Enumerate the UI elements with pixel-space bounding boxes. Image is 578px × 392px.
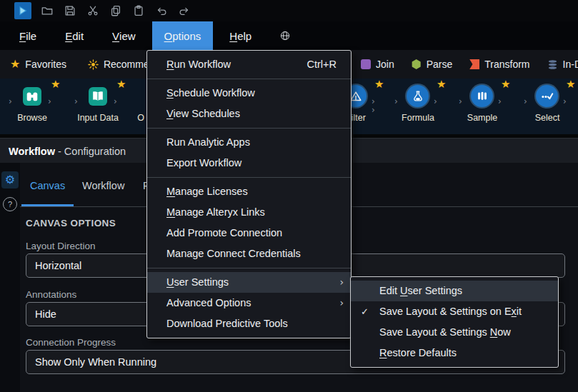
options-menu-item-view-schedules[interactable]: View Schedules [147, 104, 351, 124]
copy-icon[interactable] [109, 4, 123, 18]
menubar-item-file[interactable]: File [7, 21, 49, 50]
cut-icon[interactable] [86, 4, 100, 18]
user-settings-item-save-layout-settings-on-exit[interactable]: ✓Save Layout & Settings on Exit [351, 301, 558, 322]
options-menu: Run WorkflowCtrl+RSchedule WorkflowView … [146, 50, 352, 338]
options-menu-item-advanced-options[interactable]: Advanced Options› [147, 293, 351, 313]
user-settings-item-restore-defaults[interactable]: Restore Defaults [351, 343, 558, 363]
anchor-chevron-icon: › [9, 97, 12, 106]
menu-item-label: Schedule Workflow [166, 83, 255, 104]
menu-item-label: User Settings [166, 272, 229, 293]
menu-item-shortcut: Ctrl+R [307, 54, 344, 75]
submenu-arrow-icon: › [339, 272, 344, 293]
select-tool-icon [536, 85, 558, 107]
anchor-chevron-icon: › [74, 97, 78, 106]
options-menu-item-run-workflow[interactable]: Run WorkflowCtrl+R [147, 54, 351, 75]
connection-progress-label: Connection Progress [26, 337, 116, 348]
user-settings-item-edit-user-settings[interactable]: Edit User Settings [351, 281, 558, 301]
menu-item-label: Save Layout & Settings on Exit [379, 301, 522, 322]
menubar-item-help[interactable]: Help [217, 21, 264, 50]
menubar-item-options[interactable]: Options [152, 21, 214, 50]
alteryx-logo-icon [14, 2, 31, 19]
quick-access-toolbar [0, 0, 578, 21]
alteryx-designer-window: FileEditViewOptionsHelp ★FavoritesRecomm… [0, 0, 578, 392]
annotations-label: Annotations [26, 289, 76, 300]
settings-gear-icon[interactable]: ⚙ [1, 171, 19, 189]
menu-separator [147, 128, 351, 129]
options-menu-item-download-predictive-tools[interactable]: Download Predictive Tools [147, 313, 351, 334]
menu-separator [147, 79, 351, 79]
tool-select[interactable]: ››★Select [504, 79, 578, 131]
paste-icon[interactable] [131, 4, 146, 18]
menubar-item-edit[interactable]: Edit [53, 21, 96, 50]
canvas-options-section-title: CANVAS OPTIONS [26, 218, 116, 228]
options-menu-item-add-promote-connection[interactable]: Add Promote Connection [147, 223, 351, 243]
menu-bar: FileEditViewOptionsHelp [0, 21, 578, 50]
palette-tab-favorites[interactable]: ★Favorites [10, 59, 66, 70]
save-icon[interactable] [63, 4, 77, 18]
globe-icon[interactable] [279, 21, 291, 50]
config-tab-workflow[interactable]: Workflow [82, 180, 124, 191]
menu-item-label: Advanced Options [166, 293, 251, 313]
palette-tab-label: Favorites [25, 59, 66, 70]
menu-item-label: Download Predictive Tools [166, 313, 288, 334]
menu-item-label: View Schedules [166, 104, 240, 124]
menu-item-label: Manage Connect Credentials [166, 243, 301, 264]
menu-item-label: Restore Defaults [379, 343, 457, 363]
menubar-item-view[interactable]: View [100, 21, 148, 50]
palette-tab-join[interactable]: Join [361, 59, 394, 70]
browse-tool-icon [23, 87, 41, 106]
user-settings-item-save-layout-settings-now[interactable]: Save Layout & Settings Now [351, 322, 558, 343]
transform-category-icon [469, 59, 479, 69]
tool-label: Select [504, 113, 578, 123]
menu-separator [147, 268, 351, 268]
menu-item-label: Run Workflow [166, 54, 231, 75]
redo-icon[interactable] [177, 4, 191, 18]
menu-item-label: Manage Alteryx Links [166, 202, 265, 223]
menu-item-label: Manage Licenses [166, 181, 248, 202]
open-folder-icon[interactable] [40, 4, 54, 18]
palette-tab-parse[interactable]: Parse [412, 59, 453, 70]
favorite-star-icon[interactable]: ★ [566, 79, 575, 90]
layout-direction-label: Layout Direction [26, 241, 96, 251]
options-menu-item-schedule-workflow[interactable]: Schedule Workflow [147, 83, 351, 104]
submenu-arrow-icon: › [339, 293, 344, 313]
configuration-header-title: Workflow [9, 146, 55, 157]
menu-separator [147, 177, 351, 178]
recommended-burst-icon [88, 59, 99, 70]
in-database-category-icon [547, 59, 558, 70]
menu-item-label: Edit User Settings [379, 281, 462, 301]
undo-icon[interactable] [154, 4, 169, 18]
anchor-chevron-icon: › [524, 97, 527, 106]
menu-item-label: Add Promote Connection [166, 223, 282, 243]
anchor-chevron-icon: › [434, 97, 437, 106]
configuration-header-subtitle: - Configuration [55, 146, 126, 157]
options-menu-item-manage-licenses[interactable]: Manage Licenses [147, 181, 351, 202]
options-menu-item-export-workflow[interactable]: Export Workflow [147, 153, 351, 174]
menu-item-label: Run Analytic Apps [166, 132, 250, 153]
palette-tab-recommen[interactable]: Recommen [88, 59, 155, 70]
palette-tab-transform[interactable]: Transform [469, 59, 529, 70]
options-menu-item-manage-alteryx-links[interactable]: Manage Alteryx Links [147, 202, 351, 223]
anchor-chevron-icon: › [459, 97, 462, 106]
anchor-chevron-icon: › [498, 97, 502, 106]
config-tab-canvas[interactable]: Canvas [30, 180, 65, 191]
checkmark-icon: ✓ [361, 301, 369, 322]
options-menu-item-user-settings[interactable]: User Settings› [147, 272, 351, 293]
user-settings-submenu: Edit User Settings✓Save Layout & Setting… [350, 276, 559, 368]
help-icon[interactable]: ? [3, 197, 17, 211]
parse-category-icon [412, 59, 422, 69]
options-menu-item-run-analytic-apps[interactable]: Run Analytic Apps [147, 132, 351, 153]
options-menu-item-manage-connect-credentials[interactable]: Manage Connect Credentials [147, 243, 351, 264]
anchor-chevron-icon: › [394, 97, 398, 106]
anchor-chevron-icon: › [563, 97, 567, 106]
formula-tool-icon [407, 85, 429, 107]
menu-item-label: Export Workflow [166, 153, 241, 174]
palette-tab-label: Join [376, 59, 394, 70]
anchor-chevron-icon: › [48, 97, 51, 106]
palette-tab-label: Parse [427, 59, 453, 70]
sample-tool-icon [471, 85, 493, 107]
palette-tab-in-d[interactable]: In-D [547, 59, 578, 70]
menu-item-label: Save Layout & Settings Now [379, 322, 511, 343]
configuration-side-strip: ⚙ ? [0, 163, 20, 392]
favorites-star-icon: ★ [10, 59, 20, 70]
